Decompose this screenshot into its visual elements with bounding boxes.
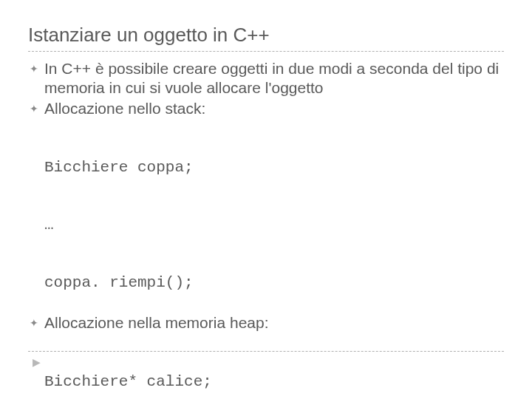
bullet-item-1: ✦ In C++ è possibile creare oggetti in d… [28, 59, 504, 98]
bullet-marker-icon: ✦ [28, 99, 44, 118]
footer-divider [28, 351, 504, 352]
bullet-text: In C++ è possibile creare oggetti in due… [44, 59, 504, 98]
bullet-text: Allocazione nello stack: [44, 99, 205, 118]
slide-title: Istanziare un oggetto in C++ [28, 24, 504, 47]
code-line: … [44, 216, 504, 235]
title-divider [28, 51, 504, 52]
code-line: Bicchiere coppa; [44, 158, 504, 177]
slide-footer: ▶ [28, 351, 504, 368]
code-line: coppa. riempi(); [44, 273, 504, 293]
bullet-text: Allocazione nella memoria heap: [44, 313, 269, 332]
bullet-marker-icon: ✦ [28, 59, 44, 78]
footer-arrow-icon: ▶ [28, 356, 504, 368]
code-block-stack: Bicchiere coppa; … coppa. riempi(); [44, 120, 504, 312]
code-line: Bicchiere* calice; [44, 372, 504, 392]
bullet-item-3: ✦ Allocazione nella memoria heap: [28, 313, 504, 332]
bullet-item-2: ✦ Allocazione nello stack: [28, 99, 504, 118]
bullet-marker-icon: ✦ [28, 313, 44, 332]
